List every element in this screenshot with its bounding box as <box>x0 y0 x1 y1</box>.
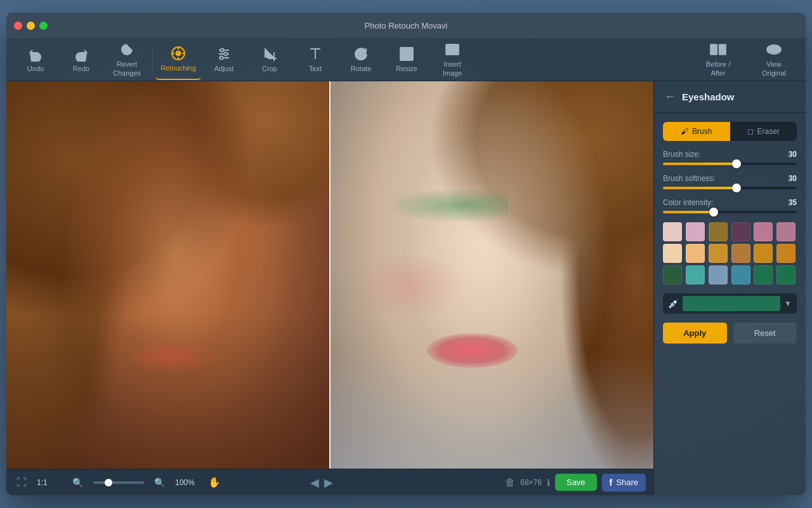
toolbar-revert[interactable]: RevertChanges <box>104 39 150 80</box>
color-swatch-1[interactable] <box>686 222 705 241</box>
brush-icon: 🖌 <box>681 127 688 136</box>
tool-toggle: 🖌 Brush ◻ Eraser <box>663 122 797 141</box>
info-icon[interactable]: ℹ <box>547 478 550 488</box>
fb-icon: f <box>610 478 613 488</box>
eraser-icon: ◻ <box>747 127 754 136</box>
svg-point-7 <box>220 56 223 59</box>
toolbar: Undo Redo RevertChanges <box>6 38 806 81</box>
share-button[interactable]: f Share <box>602 474 646 491</box>
color-swatch-8[interactable] <box>709 244 728 263</box>
brush-size-slider[interactable] <box>663 163 797 165</box>
revert-icon <box>119 41 135 58</box>
color-palette <box>663 222 797 284</box>
color-swatch-7[interactable] <box>686 244 705 263</box>
color-swatch-5[interactable] <box>776 222 796 241</box>
color-swatch-4[interactable] <box>754 222 773 241</box>
adjust-icon <box>216 46 232 62</box>
next-image-button[interactable]: ▶ <box>324 476 333 490</box>
zoom-slider[interactable] <box>93 481 144 484</box>
status-right: 🗑 68×76 ℹ Save f Share <box>505 474 646 491</box>
prev-image-button[interactable]: ◀ <box>310 476 319 490</box>
brush-softness-thumb <box>732 184 741 192</box>
image-right <box>330 81 653 469</box>
color-swatch-14[interactable] <box>709 265 728 284</box>
brush-size-thumb <box>732 159 741 168</box>
crop-icon <box>261 46 278 62</box>
selected-color-display <box>683 296 780 311</box>
retouching-label: Retouching <box>160 64 196 72</box>
retouching-icon <box>170 45 187 62</box>
toolbar-retouching[interactable]: Retouching <box>155 39 201 80</box>
toolbar-view-original[interactable]: ViewOriginal <box>749 39 799 80</box>
color-swatch-6[interactable] <box>663 244 682 263</box>
brush-softness-label: Brush softness: <box>663 174 716 183</box>
revert-label: RevertChanges <box>113 60 141 77</box>
hand-tool-icon[interactable]: ✋ <box>208 476 221 488</box>
eyedropper-icon[interactable]: 💉 <box>668 298 679 309</box>
back-button[interactable]: ← <box>664 90 676 104</box>
toolbar-resize[interactable]: Resize <box>384 39 429 80</box>
redo-label: Redo <box>73 65 89 73</box>
panel-header: ← Eyeshadow <box>654 81 806 113</box>
color-swatch-17[interactable] <box>776 265 796 284</box>
close-button[interactable] <box>14 22 22 30</box>
share-label: Share <box>616 478 638 487</box>
color-intensity-row: Color intensity: 35 <box>663 198 797 213</box>
dropdown-arrow-icon[interactable]: ▼ <box>784 299 792 308</box>
brush-softness-slider[interactable] <box>663 187 797 189</box>
view-original-label: ViewOriginal <box>762 60 786 77</box>
text-icon <box>307 46 324 62</box>
color-swatch-12[interactable] <box>663 265 682 284</box>
maximize-button[interactable] <box>39 22 48 30</box>
action-buttons: Apply Reset <box>663 323 797 344</box>
toolbar-insert-image[interactable]: InsertImage <box>429 39 475 80</box>
color-intensity-thumb <box>709 208 718 217</box>
zoom-slider-thumb <box>105 479 112 486</box>
brush-softness-value: 30 <box>789 174 797 183</box>
eraser-button[interactable]: ◻ Eraser <box>730 122 797 141</box>
toolbar-adjust[interactable]: Adjust <box>201 39 247 80</box>
toolbar-before-after[interactable]: Before /After <box>693 39 743 80</box>
color-swatch-13[interactable] <box>686 265 705 284</box>
canvas-wrapper[interactable] <box>6 81 653 469</box>
toolbar-crop[interactable]: Crop <box>247 39 292 80</box>
delete-icon[interactable]: 🗑 <box>505 477 515 488</box>
main-content: ⛶ 1:1 🔍 🔍 100% ✋ ◀ ▶ 🗑 68×76 ℹ Save <box>6 81 806 495</box>
toolbar-text[interactable]: Text <box>292 39 338 80</box>
color-swatch-3[interactable] <box>731 222 750 241</box>
ratio-label: 1:1 <box>37 478 62 487</box>
lips-left <box>129 341 214 372</box>
zoom-in-button[interactable]: 🔍 <box>152 475 167 490</box>
brush-size-label: Brush size: <box>663 150 700 159</box>
svg-rect-8 <box>400 48 413 60</box>
brush-size-label-row: Brush size: 30 <box>663 150 797 159</box>
fullscreen-button[interactable]: ⛶ <box>14 474 29 491</box>
before-after-icon <box>710 41 726 58</box>
apply-button[interactable]: Apply <box>663 323 727 344</box>
image-dimensions: 68×76 <box>520 478 542 487</box>
toolbar-undo[interactable]: Undo <box>13 39 58 80</box>
brush-button[interactable]: 🖌 Brush <box>663 122 730 141</box>
color-swatch-11[interactable] <box>776 244 796 263</box>
toolbar-redo[interactable]: Redo <box>58 39 104 80</box>
color-swatch-0[interactable] <box>663 222 682 241</box>
toolbar-right: Before /After ViewOriginal <box>693 39 799 80</box>
minimize-button[interactable] <box>27 22 35 30</box>
zoom-out-button[interactable]: 🔍 <box>70 475 86 490</box>
color-intensity-slider[interactable] <box>663 211 797 213</box>
save-button[interactable]: Save <box>555 474 597 491</box>
svg-point-13 <box>772 48 776 52</box>
blush-right <box>362 256 459 314</box>
color-swatch-15[interactable] <box>731 265 750 284</box>
svg-rect-10 <box>710 44 717 55</box>
adjust-label: Adjust <box>214 65 234 73</box>
color-swatch-9[interactable] <box>731 244 750 263</box>
canvas-area: ⛶ 1:1 🔍 🔍 100% ✋ ◀ ▶ 🗑 68×76 ℹ Save <box>6 81 653 495</box>
color-swatch-10[interactable] <box>754 244 773 263</box>
color-swatch-2[interactable] <box>709 222 728 241</box>
reset-button[interactable]: Reset <box>733 323 797 344</box>
eraser-label: Eraser <box>757 127 780 136</box>
toolbar-rotate[interactable]: Rotate <box>338 39 384 80</box>
color-swatch-16[interactable] <box>754 265 773 284</box>
color-intensity-label-row: Color intensity: 35 <box>663 198 797 207</box>
